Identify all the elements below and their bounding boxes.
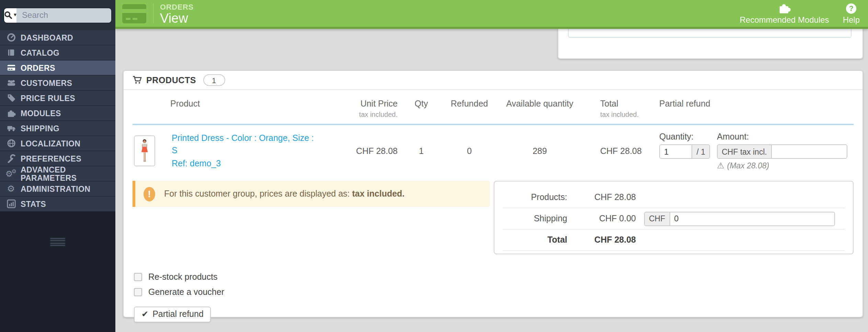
products-table-header: Product Unit Price tax included. Qty Ref…	[133, 90, 854, 125]
totals-total-label: Total	[503, 235, 567, 245]
totals-products-label: Products:	[503, 192, 567, 202]
sidebar-item-label: STATS	[21, 200, 46, 208]
recommended-modules-button[interactable]: Recommended Modules	[740, 2, 829, 25]
sidebar-nav: DASHBOARD CATALOG ORDERS CUSTOMERS PRICE…	[0, 30, 115, 212]
restock-products-label: Re-stock products	[148, 272, 217, 282]
sidebar-item-label: ADVANCED PARAMETERS	[21, 165, 115, 182]
refund-amount-currency-addon: CHF tax incl.	[718, 145, 772, 158]
modules-icon	[6, 108, 16, 118]
products-panel: PRODUCTS 1 Product Unit Price tax includ…	[123, 70, 863, 318]
advanced-parameters-icon: ⚙⚙	[6, 169, 16, 178]
sidebar-search-area: ▾	[0, 0, 115, 30]
orders-page-icon	[122, 4, 146, 23]
administration-icon: ⚙	[6, 184, 16, 193]
sidebar-item-catalog[interactable]: CATALOG	[0, 45, 115, 60]
warning-icon: ⚠	[717, 162, 724, 170]
search-icon	[4, 11, 12, 19]
restock-products-option[interactable]: Re-stock products	[134, 272, 854, 282]
shipping-cost-input[interactable]	[670, 212, 834, 225]
orders-icon	[6, 63, 16, 73]
col-unit-price: Unit Price tax included.	[317, 99, 402, 118]
sidebar-item-label: CATALOG	[21, 48, 59, 57]
sidebar-item-label: LOCALIZATION	[21, 139, 80, 147]
partial-refund-button[interactable]: ✔ Partial refund	[134, 307, 211, 322]
sidebar-item-label: CUSTOMERS	[21, 79, 72, 87]
totals-products-row: Products: CHF 28.08	[503, 187, 845, 208]
price-rules-icon	[6, 93, 16, 103]
puzzle-icon	[778, 2, 791, 14]
sidebar-item-price-rules[interactable]: PRICE RULES	[0, 91, 115, 106]
col-unit-price-sub: tax included.	[317, 111, 398, 118]
order-totals-box: Products: CHF 28.08 Shipping CHF 0.00 CH…	[494, 181, 854, 254]
refund-amount-label: Amount:	[717, 132, 847, 142]
product-name-link[interactable]: Printed Dress - Color : Orange, Size : S	[172, 132, 317, 157]
generate-voucher-option[interactable]: Generate a voucher	[134, 287, 854, 297]
localization-icon	[6, 139, 16, 148]
sidebar-item-label: ORDERS	[21, 64, 55, 72]
help-button[interactable]: ? Help	[843, 3, 860, 25]
restock-products-checkbox[interactable]	[134, 273, 142, 281]
sidebar-item-modules[interactable]: MODULES	[0, 106, 115, 121]
sidebar-item-label: PREFERENCES	[21, 154, 81, 163]
col-total: Total tax included.	[581, 99, 643, 118]
product-ref-link[interactable]: Ref: demo_3	[172, 157, 317, 169]
shipping-icon	[6, 123, 16, 133]
preferences-icon	[6, 154, 16, 163]
col-partial-refund: Partial refund	[643, 99, 854, 118]
search-input[interactable]	[16, 8, 111, 22]
sidebar-item-orders[interactable]: ORDERS	[0, 60, 115, 76]
tax-notice-text: For this customer group, prices are disp…	[164, 189, 350, 199]
customers-icon	[6, 78, 16, 88]
sidebar-item-dashboard[interactable]: DASHBOARD	[0, 30, 115, 45]
main-content: PRODUCTS 1 Product Unit Price tax includ…	[115, 29, 868, 332]
totals-shipping-row: Shipping CHF 0.00 CHF	[503, 208, 845, 230]
totals-products-value: CHF 28.08	[567, 192, 636, 202]
catalog-icon	[6, 48, 16, 57]
sidebar-item-label: MODULES	[21, 109, 61, 117]
generate-voucher-label: Generate a voucher	[148, 287, 224, 297]
page-title: View	[160, 11, 194, 25]
page-header: ORDERS View Recommended Modules ? Help	[115, 0, 868, 29]
check-icon: ✔	[141, 309, 148, 319]
generate-voucher-checkbox[interactable]	[134, 288, 142, 296]
sidebar-item-customers[interactable]: CUSTOMERS	[0, 76, 115, 91]
refund-quantity-input[interactable]	[660, 145, 692, 158]
totals-total-row: Total CHF 28.08	[503, 230, 845, 251]
totals-shipping-label: Shipping	[503, 214, 567, 223]
sidebar-item-shipping[interactable]: SHIPPING	[0, 121, 115, 136]
available-quantity-value: 289	[499, 146, 581, 156]
sidebar-item-administration[interactable]: ⚙ ADMINISTRATION	[0, 181, 115, 197]
stats-icon	[6, 199, 16, 209]
refunded-value: 0	[440, 146, 499, 156]
totals-shipping-value: CHF 0.00	[567, 214, 636, 223]
shipping-currency-addon: CHF	[645, 212, 670, 225]
search-scope-button[interactable]: ▾	[4, 8, 16, 22]
question-icon: ?	[846, 3, 856, 14]
products-panel-heading: PRODUCTS 1	[124, 71, 863, 90]
totals-total-value: CHF 28.08	[567, 235, 636, 245]
sidebar-item-label: PRICE RULES	[21, 94, 75, 102]
order-note-box[interactable]	[568, 29, 852, 38]
sidebar-item-preferences[interactable]: PREFERENCES	[0, 151, 115, 166]
sidebar-item-stats[interactable]: STATS	[0, 197, 115, 212]
table-row: Printed Dress - Color : Orange, Size : S…	[133, 125, 854, 175]
product-thumbnail[interactable]	[134, 135, 155, 166]
partial-refund-cell: Quantity: Amount: / 1 CHF tax incl. ⚠	[643, 132, 854, 170]
sidebar-item-advanced-parameters[interactable]: ⚙⚙ ADVANCED PARAMETERS	[0, 166, 115, 181]
recommended-modules-label: Recommended Modules	[740, 15, 829, 25]
sidebar-item-localization[interactable]: LOCALIZATION	[0, 136, 115, 151]
help-label: Help	[843, 15, 860, 25]
refund-quantity-max-addon: / 1	[692, 145, 709, 158]
dashboard-icon	[6, 33, 16, 42]
products-heading-label: PRODUCTS	[146, 75, 196, 85]
order-top-panel	[558, 29, 863, 59]
products-count-badge: 1	[203, 74, 225, 86]
cart-icon	[133, 76, 142, 85]
sidebar-item-label: SHIPPING	[21, 124, 59, 132]
collapse-menu-icon[interactable]	[50, 238, 65, 246]
unit-price-value: CHF 28.08	[317, 146, 402, 156]
chevron-down-icon: ▾	[14, 12, 16, 18]
refund-max-note: ⚠ (Max 28.08)	[717, 162, 847, 170]
qty-value: 1	[402, 146, 440, 156]
refund-amount-input[interactable]	[772, 145, 847, 158]
